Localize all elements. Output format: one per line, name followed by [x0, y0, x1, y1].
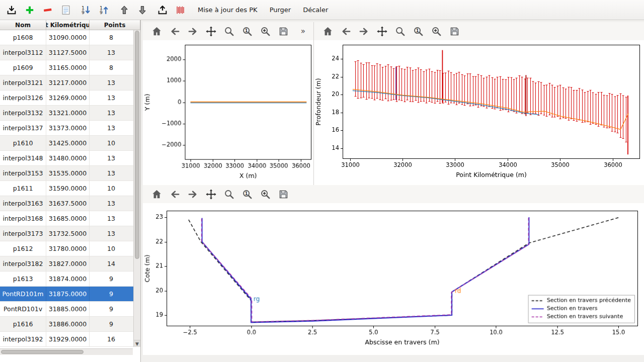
hscrollbar-thumb[interactable] — [1, 350, 84, 354]
table-row[interactable]: interpol316831685.000013 — [0, 211, 140, 226]
table-row[interactable]: PontRD101v31885.00009 — [0, 302, 140, 317]
export-button[interactable] — [154, 2, 171, 18]
down-arrow-icon — [137, 5, 148, 16]
import-button[interactable] — [3, 2, 20, 18]
zoom-button[interactable] — [222, 25, 236, 38]
scrollbar-thumb[interactable] — [135, 31, 139, 259]
move-down-button[interactable] — [134, 2, 151, 18]
pan-button[interactable] — [204, 25, 218, 38]
cell-nom: interpol3153 — [0, 166, 46, 180]
pan-button[interactable] — [204, 188, 218, 201]
top-plots-row: 1 » 1 » — [143, 22, 644, 185]
save-figure-button[interactable] — [448, 25, 461, 38]
zoom-one-icon: 1 — [242, 26, 253, 37]
move-up-button[interactable] — [116, 2, 133, 18]
longitudinal-profile-chart[interactable] — [314, 40, 644, 185]
cell-pk: 31165.0000 — [46, 60, 90, 75]
forward-button[interactable] — [186, 188, 200, 201]
table-row[interactable]: interpol314831480.000013 — [0, 151, 140, 166]
pan-button[interactable] — [375, 25, 389, 38]
cell-nom: interpol3132 — [0, 106, 46, 120]
zoom-button[interactable] — [222, 188, 236, 201]
svg-text:9: 9 — [100, 10, 103, 15]
table-row[interactable]: p161131590.000010 — [0, 181, 140, 196]
update-pk-button[interactable]: Mise à jour des PK — [192, 2, 263, 18]
table-row[interactable]: p160831090.00008 — [0, 30, 140, 45]
save-figure-button[interactable] — [277, 188, 290, 201]
table-row[interactable]: interpol318231827.000014 — [0, 256, 140, 272]
plot-nav-toolbar: 1 » — [143, 185, 644, 203]
cell-pk: 31269.0000 — [46, 90, 90, 105]
cell-nom: interpol3182 — [0, 256, 46, 271]
zoom-one-icon: 1 — [242, 189, 253, 200]
cell-pk: 31929.0000 — [46, 332, 90, 346]
table-row[interactable]: interpol313231321.000013 — [0, 106, 140, 121]
cell-pk: 31373.0000 — [46, 121, 90, 135]
zoom-fit-button[interactable] — [259, 25, 272, 38]
cell-points: 13 — [90, 151, 140, 165]
sort-descending-icon: 19 — [99, 5, 110, 16]
scrollbar-down-arrow-icon[interactable]: ▼ — [134, 340, 140, 347]
remove-section-button[interactable] — [39, 2, 56, 18]
cell-points: 10 — [90, 241, 140, 256]
table-row[interactable]: interpol315331535.000013 — [0, 166, 140, 181]
zoom-button[interactable] — [393, 25, 407, 38]
column-header-points[interactable]: Points — [90, 20, 140, 30]
pk-profile-button[interactable] — [172, 2, 189, 18]
longitudinal-profile-panel: 1 » — [314, 22, 644, 185]
zoom-fit-button[interactable] — [430, 25, 443, 38]
home-button[interactable] — [150, 25, 164, 38]
cell-pk: 31127.5000 — [46, 45, 90, 60]
table-row[interactable]: p160931165.00008 — [0, 60, 140, 75]
edit-section-button[interactable] — [57, 2, 74, 18]
table-row[interactable]: interpol317331732.500013 — [0, 226, 140, 241]
table-row[interactable]: p161331874.00009 — [0, 272, 140, 287]
save-figure-button[interactable] — [277, 25, 290, 38]
table-header-row: Nom t Kilométriqu Points — [0, 20, 140, 30]
plan-view-chart[interactable] — [143, 40, 313, 186]
table-row[interactable]: interpol316331637.500013 — [0, 196, 140, 211]
column-header-pk[interactable]: t Kilométriqu — [46, 20, 90, 30]
table-row[interactable]: interpol312631269.000013 — [0, 90, 140, 106]
toolbar-overflow-chevron[interactable]: » — [301, 27, 306, 36]
table-row[interactable]: PontRD101m31875.00009 — [0, 287, 140, 302]
zoom-fit-button[interactable] — [259, 188, 272, 201]
zoom-original-button[interactable]: 1 — [412, 25, 425, 38]
back-button[interactable] — [339, 25, 353, 38]
zoom-plus-icon — [431, 26, 442, 37]
sort-descending-button[interactable]: 19 — [96, 2, 113, 18]
table-horizontal-scrollbar[interactable] — [0, 348, 133, 355]
table-row[interactable]: p161031425.000010 — [0, 136, 140, 151]
back-button[interactable] — [168, 25, 182, 38]
cell-pk: 31090.0000 — [46, 30, 90, 45]
cross-section-panel: 1 » — [143, 185, 644, 354]
zoom-original-button[interactable]: 1 — [240, 25, 254, 38]
table-row[interactable]: interpol313731373.000013 — [0, 121, 140, 136]
zoom-original-button[interactable]: 1 — [240, 188, 254, 201]
home-button[interactable] — [321, 25, 335, 38]
table-row[interactable]: interpol312131217.000013 — [0, 75, 140, 90]
back-arrow-icon — [169, 189, 181, 200]
svg-text:1: 1 — [100, 5, 103, 10]
forward-button[interactable] — [357, 25, 371, 38]
table-row[interactable]: p161231780.000010 — [0, 241, 140, 256]
table-row[interactable]: interpol311231127.500013 — [0, 45, 140, 60]
purge-button[interactable]: Purger — [264, 2, 297, 18]
cell-nom: p1612 — [0, 241, 46, 256]
application-window: 19 19 Mise à jour des PK Purger Décaler … — [0, 0, 644, 362]
table-vertical-scrollbar[interactable]: ▼ — [133, 30, 140, 347]
table-row[interactable]: p161631886.00009 — [0, 317, 140, 332]
table-row[interactable]: interpol319231929.000016 — [0, 332, 140, 347]
cell-nom: p1609 — [0, 60, 46, 75]
column-header-nom[interactable]: Nom — [0, 20, 46, 30]
back-button[interactable] — [168, 188, 182, 201]
shift-button[interactable]: Décaler — [297, 2, 334, 18]
add-section-button[interactable] — [21, 2, 38, 18]
cross-section-chart[interactable] — [143, 203, 644, 355]
cell-nom: interpol3173 — [0, 226, 46, 241]
forward-button[interactable] — [186, 25, 200, 38]
export-icon — [157, 5, 168, 16]
cell-points: 10 — [90, 136, 140, 150]
sort-ascending-button[interactable]: 19 — [77, 2, 95, 18]
home-button[interactable] — [150, 188, 164, 201]
